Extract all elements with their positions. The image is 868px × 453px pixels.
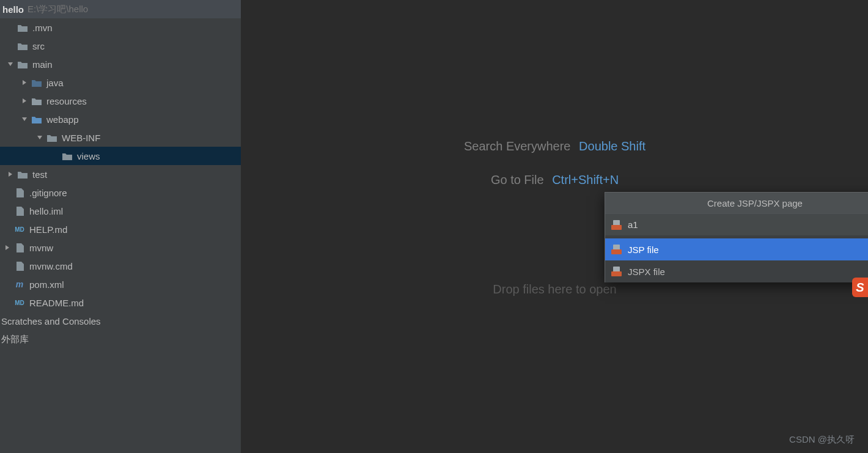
tree-node-mvnwcmd[interactable]: mvnw.cmd bbox=[0, 257, 241, 275]
popup-input-row[interactable] bbox=[605, 213, 868, 235]
tree-node-views[interactable]: views bbox=[0, 147, 241, 165]
tree-label: mvnw bbox=[29, 243, 53, 253]
tree-label: src bbox=[32, 41, 45, 51]
jspx-file-icon bbox=[611, 267, 622, 276]
folder-icon bbox=[46, 133, 57, 142]
popup-item-label: JSPX file bbox=[628, 267, 665, 277]
hint-label: Search Everywhere bbox=[464, 139, 571, 153]
markdown-file-icon: MD bbox=[14, 298, 25, 308]
tree-node-mvnw[interactable]: mvnw bbox=[0, 238, 241, 257]
script-file-icon bbox=[14, 243, 25, 252]
hint-search-everywhere: Search Everywhere Double Shift bbox=[464, 139, 645, 153]
chevron-right-icon bbox=[3, 243, 12, 252]
hint-shortcut: Ctrl+Shift+N bbox=[552, 173, 619, 186]
tree-node-pomxml[interactable]: m pom.xml bbox=[0, 275, 241, 293]
markdown-file-icon: MD bbox=[14, 224, 25, 234]
popup-item-jsp-file[interactable]: JSP file bbox=[605, 238, 868, 260]
tree-node-webinf[interactable]: WEB-INF bbox=[0, 128, 241, 147]
project-root[interactable]: hello E:\学习吧\hello bbox=[0, 0, 241, 18]
jsp-file-icon bbox=[611, 220, 622, 230]
tree-label: 外部库 bbox=[1, 334, 29, 345]
tree-node-scratches[interactable]: Scratches and Consoles bbox=[0, 312, 241, 330]
chevron-down-icon bbox=[6, 60, 15, 68]
tree-node-webapp[interactable]: webapp bbox=[0, 110, 241, 128]
tree-label: java bbox=[46, 78, 64, 88]
resources-folder-icon bbox=[31, 96, 42, 106]
project-path: E:\学习吧\hello bbox=[28, 4, 88, 15]
side-plugin-tab[interactable]: S bbox=[852, 278, 868, 297]
tree-node-main[interactable]: main bbox=[0, 55, 241, 73]
hint-label: Go to File bbox=[491, 173, 544, 186]
tree-label: WEB-INF bbox=[62, 133, 100, 143]
filename-input[interactable] bbox=[628, 219, 868, 230]
project-name: hello bbox=[2, 4, 24, 15]
chevron-right-icon bbox=[6, 170, 15, 179]
editor-empty-area: Search Everywhere Double Shift Go to Fil… bbox=[241, 0, 868, 453]
chevron-right-icon bbox=[20, 97, 29, 105]
side-plugin-label: S bbox=[856, 281, 864, 295]
tree-label: Scratches and Consoles bbox=[1, 316, 101, 326]
tree-node-helloiml[interactable]: hello.iml bbox=[0, 202, 241, 220]
chevron-down-icon bbox=[20, 115, 29, 123]
tree-node-test[interactable]: test bbox=[0, 165, 241, 183]
tree-label: .mvn bbox=[32, 23, 53, 33]
jsp-file-icon bbox=[611, 245, 622, 254]
tree-node-java[interactable]: java bbox=[0, 73, 241, 92]
tree-label: pom.xml bbox=[29, 279, 64, 290]
tree-label: README.md bbox=[29, 298, 84, 308]
cmd-file-icon bbox=[14, 261, 25, 271]
tree-label: main bbox=[32, 59, 53, 70]
popup-item-label: JSP file bbox=[628, 245, 659, 255]
csdn-watermark: CSDN @执久呀 bbox=[789, 434, 855, 446]
chevron-down-icon bbox=[35, 133, 44, 142]
folder-icon bbox=[17, 169, 28, 179]
iml-file-icon bbox=[14, 206, 25, 216]
gitignore-file-icon bbox=[14, 188, 25, 197]
tree-label: mvnw.cmd bbox=[29, 261, 73, 271]
hint-shortcut: Double Shift bbox=[579, 139, 645, 153]
tree-label: resources bbox=[46, 96, 87, 106]
folder-icon bbox=[17, 41, 28, 51]
web-folder-icon bbox=[31, 114, 42, 124]
tree-label: HELP.md bbox=[29, 224, 67, 235]
tree-node-src[interactable]: src bbox=[0, 37, 241, 55]
project-sidebar: hello E:\学习吧\hello .mvn src main java re… bbox=[0, 0, 241, 453]
tree-node-mvn[interactable]: .mvn bbox=[0, 18, 241, 37]
tree-label: test bbox=[32, 169, 47, 180]
tree-node-readmemd[interactable]: MD README.md bbox=[0, 293, 241, 312]
folder-icon bbox=[17, 59, 28, 69]
popup-item-jspx-file[interactable]: JSPX file bbox=[605, 260, 868, 282]
chevron-right-icon bbox=[20, 78, 29, 87]
tree-node-helpmd[interactable]: MD HELP.md bbox=[0, 220, 241, 238]
drop-files-hint: Drop files here to open bbox=[241, 282, 868, 296]
hint-goto-file: Go to File Ctrl+Shift+N bbox=[491, 173, 619, 187]
popup-title: Create JSP/JSPX page bbox=[605, 193, 868, 213]
tree-label: webapp bbox=[46, 114, 79, 125]
tree-label: views bbox=[77, 151, 100, 161]
create-jsp-popup: Create JSP/JSPX page JSP file JSPX file bbox=[605, 192, 868, 282]
tree-node-external-libs[interactable]: 外部库 bbox=[0, 330, 241, 348]
maven-file-icon: m bbox=[14, 279, 25, 289]
tree-node-resources[interactable]: resources bbox=[0, 92, 241, 110]
tree-label: .gitignore bbox=[29, 188, 67, 198]
tree-node-gitignore[interactable]: .gitignore bbox=[0, 183, 241, 202]
source-folder-icon bbox=[31, 78, 42, 87]
folder-icon bbox=[62, 151, 73, 161]
tree-label: hello.iml bbox=[29, 206, 63, 216]
folder-icon bbox=[17, 23, 28, 32]
